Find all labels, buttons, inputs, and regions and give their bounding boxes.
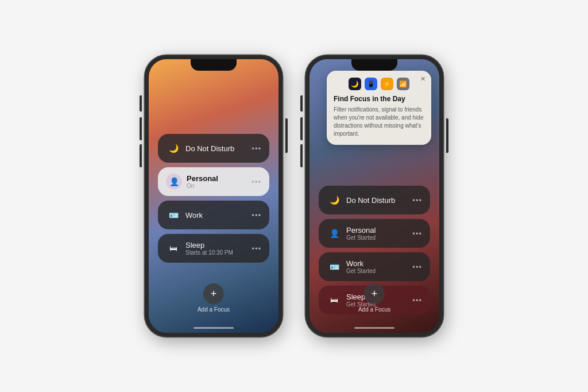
sleep-subtitle-1: Starts at 10:30 PM — [185, 249, 252, 256]
moon-icon-2: 🌙 — [327, 193, 342, 207]
sleep-dots-2[interactable]: ••• — [412, 296, 422, 305]
personal-dots-1[interactable]: ••• — [252, 178, 261, 186]
dnd-dots-2[interactable]: ••• — [412, 196, 422, 205]
dnd-dots-1[interactable]: ••• — [252, 144, 261, 153]
dnd-title-2: Do Not Disturb — [346, 196, 412, 205]
focus-text-dnd-2: Do Not Disturb — [346, 196, 412, 205]
personal-subtitle-1: On — [187, 183, 252, 189]
person-icon-1: 👤 — [166, 174, 182, 190]
mute-button — [140, 95, 142, 112]
focus-item-work-1[interactable]: 🪪 Work ••• — [158, 201, 269, 229]
tooltip-icon-moon: 🌙 — [349, 78, 361, 90]
focus-text-work-1: Work — [185, 211, 252, 220]
sleep-title-1: Sleep — [185, 241, 252, 249]
power-button — [285, 118, 288, 153]
add-focus-1[interactable]: + Add a Focus — [198, 283, 230, 313]
volume-up-button — [140, 117, 142, 140]
tooltip-popup: ✕ 🌙 📱 ⚡ 📶 Find Focus in the Day Filter n… — [327, 71, 431, 145]
work-icon-1: 🪪 — [166, 207, 181, 222]
power-button-2 — [446, 118, 448, 153]
personal-dots-2[interactable]: ••• — [412, 229, 422, 238]
sleep-icon-1: 🛏 — [166, 241, 181, 256]
sleep-icon-2: 🛏 — [327, 293, 342, 308]
focus-item-work-2[interactable]: 🪪 Work Get Started ••• — [319, 252, 430, 281]
tooltip-description: Filter notifications, signal to friends … — [334, 106, 424, 138]
personal-subtitle-2: Get Started — [346, 235, 412, 241]
work-dots-2[interactable]: ••• — [412, 263, 422, 271]
focus-item-sleep-1[interactable]: 🛏 Sleep Starts at 10:30 PM ••• — [158, 234, 269, 263]
focus-text-dnd-1: Do Not Disturb — [185, 144, 252, 153]
notch-2 — [351, 59, 397, 71]
tooltip-close-button[interactable]: ✕ — [420, 75, 425, 83]
focus-item-do-not-disturb-2[interactable]: 🌙 Do Not Disturb ••• — [319, 186, 430, 214]
phone-1: 🌙 Do Not Disturb ••• 👤 Personal On ••• 🪪 — [145, 55, 283, 337]
home-indicator-1 — [194, 327, 234, 329]
work-title-1: Work — [185, 211, 252, 220]
focus-text-work-2: Work Get Started — [346, 259, 412, 274]
focus-text-personal-1: Personal On — [187, 174, 252, 189]
add-focus-2[interactable]: + Add a Focus — [358, 283, 390, 313]
tooltip-icon-phone: 📱 — [365, 78, 377, 90]
volume-down-button-2 — [300, 144, 303, 167]
mute-button-2 — [300, 95, 303, 112]
phone-2: ✕ 🌙 📱 ⚡ 📶 Find Focus in the Day Filter n… — [305, 55, 443, 337]
personal-title-2: Personal — [346, 226, 412, 235]
person-icon-2: 👤 — [327, 226, 342, 241]
tooltip-icon-signal: 📶 — [397, 78, 409, 90]
focus-text-personal-2: Personal Get Started — [346, 226, 412, 241]
work-title-2: Work — [346, 259, 412, 268]
tooltip-icons-row: 🌙 📱 ⚡ 📶 — [334, 78, 424, 90]
add-focus-circle-2[interactable]: + — [364, 283, 385, 304]
moon-icon-1: 🌙 — [166, 141, 181, 156]
volume-down-button — [140, 144, 142, 167]
tooltip-title: Find Focus in the Day — [334, 95, 424, 103]
work-subtitle-2: Get Started — [346, 268, 412, 274]
volume-up-button-2 — [300, 117, 303, 140]
add-focus-label-2: Add a Focus — [358, 306, 390, 313]
focus-item-personal-1[interactable]: 👤 Personal On ••• — [158, 167, 269, 196]
phone-frame-2: ✕ 🌙 📱 ⚡ 📶 Find Focus in the Day Filter n… — [305, 55, 443, 337]
tooltip-icon-bolt: ⚡ — [381, 78, 393, 90]
phone-frame-1: 🌙 Do Not Disturb ••• 👤 Personal On ••• 🪪 — [145, 55, 283, 337]
add-focus-label-1: Add a Focus — [198, 306, 230, 313]
personal-title-1: Personal — [187, 174, 252, 183]
focus-panel-1: 🌙 Do Not Disturb ••• 👤 Personal On ••• 🪪 — [158, 134, 269, 263]
sleep-dots-1[interactable]: ••• — [252, 244, 261, 253]
dnd-title-1: Do Not Disturb — [185, 144, 252, 153]
focus-item-personal-2[interactable]: 👤 Personal Get Started ••• — [319, 219, 430, 248]
notch-1 — [191, 59, 237, 71]
home-indicator-2 — [354, 327, 394, 329]
add-focus-circle-1[interactable]: + — [203, 283, 224, 304]
focus-text-sleep-1: Sleep Starts at 10:30 PM — [185, 241, 252, 256]
work-dots-1[interactable]: ••• — [252, 211, 261, 220]
focus-item-do-not-disturb-1[interactable]: 🌙 Do Not Disturb ••• — [158, 134, 269, 163]
work-icon-2: 🪪 — [327, 259, 342, 274]
